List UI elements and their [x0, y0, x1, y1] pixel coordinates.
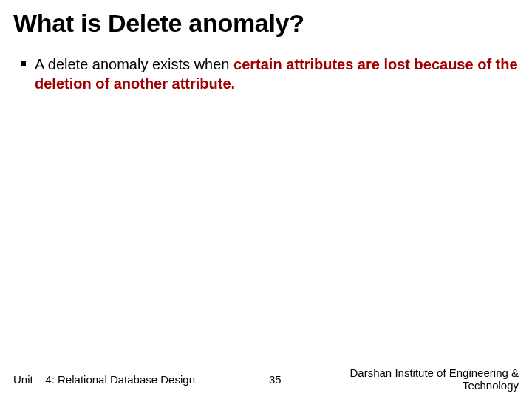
- page-title: What is Delete anomaly?: [13, 7, 519, 44]
- footer-unit: Unit – 4: Relational Database Design: [13, 373, 195, 386]
- bullet-prefix: A delete anomaly exists when: [35, 56, 233, 72]
- footer-institution: Darshan Institute of Engineering & Techn…: [326, 366, 519, 392]
- bullet-item: A delete anomaly exists when certain att…: [21, 55, 519, 93]
- bullet-text: A delete anomaly exists when certain att…: [35, 55, 519, 93]
- content-area: A delete anomaly exists when certain att…: [13, 44, 519, 93]
- bullet-marker-icon: [21, 61, 26, 66]
- slide: What is Delete anomaly? A delete anomaly…: [0, 0, 532, 399]
- footer: Unit – 4: Relational Database Design 35 …: [0, 361, 532, 399]
- footer-page-number: 35: [195, 373, 326, 386]
